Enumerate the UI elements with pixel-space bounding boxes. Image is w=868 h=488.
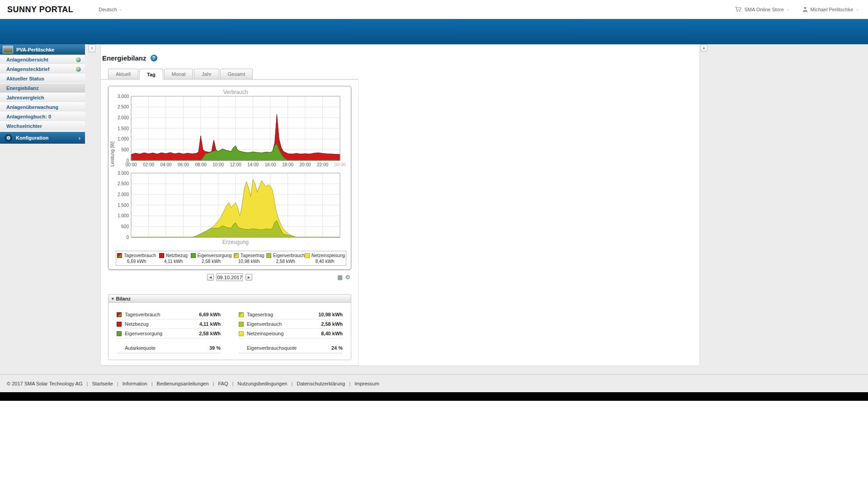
bilanz-left-column: Tagesverbrauch 6,69 kWh Netzbezug 4,11 k… (117, 310, 221, 338)
user-menu[interactable]: Michael Perlitschke (802, 6, 859, 13)
legend-entry-tagesverbrauch: Tagesverbrauch 6,69 kWh (117, 253, 156, 264)
topbar-right: SMA Online Store Michael Perlitschke (735, 6, 859, 13)
tagesverbrauch-swatch (117, 312, 122, 317)
legend-value: 10,98 kWh (238, 259, 260, 264)
svg-text:00:00: 00:00 (334, 162, 345, 167)
sunny-portal-logo[interactable]: SUNNY PORTAL (7, 5, 73, 14)
sidebar-item-wechselrichter[interactable]: Wechselrichter (0, 122, 85, 131)
legend-entry-eigenverbrauch: Eigenverbrauch 2,58 kWh (266, 253, 305, 264)
date-input[interactable] (217, 273, 243, 281)
footer-link-information[interactable]: Information (113, 381, 147, 386)
svg-text:Verbrauch: Verbrauch (223, 89, 248, 95)
tab-tag[interactable]: Tag (139, 69, 163, 80)
sidebar-item-konfiguration[interactable]: Konfiguration (0, 132, 85, 144)
eigenverbrauchsquote-row: Eigenverbrauchsquote 24 % (239, 343, 343, 353)
netzeinspeisung-swatch (305, 253, 310, 258)
svg-text:3.000: 3.000 (118, 171, 129, 176)
help-icon[interactable]: ? (151, 55, 157, 61)
netzeinspeisung-row: Netzeinspeisung 8,40 kWh (239, 329, 343, 338)
sidebar-item-anlagenueberwachung[interactable]: Anlagenüberwachung (0, 103, 85, 112)
sidebar-item-jahresvergleich[interactable]: Jahresvergleich (0, 93, 85, 103)
tagesertrag-row: Tagesertrag 10,98 kWh (239, 310, 343, 319)
legend-value: 8,40 kWh (315, 259, 334, 264)
svg-text:14:00: 14:00 (247, 162, 259, 167)
main-panel: Energiebilanz ? Aktuell Tag Monat Jahr G… (100, 44, 700, 366)
scroll-top-button[interactable] (700, 44, 708, 52)
chevron-down-icon (856, 8, 859, 11)
svg-text:04:00: 04:00 (160, 162, 171, 167)
plant-name: PVA-Perlitschke (16, 47, 54, 52)
eigenversorgung-swatch (117, 331, 122, 336)
tab-content: Leistung [W] 05001.0001.5002.0002.5003.0… (101, 79, 359, 366)
chart-export-icon[interactable]: ▦ (337, 274, 343, 280)
svg-text:3.000: 3.000 (118, 94, 129, 99)
svg-text:22:00: 22:00 (317, 162, 328, 167)
legend-label: Eigenversorgung (198, 253, 232, 258)
row-value: 24 % (331, 345, 343, 351)
svg-text:2.000: 2.000 (118, 115, 129, 120)
sidebar-item-anlagenlogbuch[interactable]: Anlagenlogbuch: 0 (0, 112, 85, 122)
chart-settings-icon[interactable]: ⚙ (345, 274, 350, 280)
sidebar-item-aktueller-status[interactable]: Aktueller Status (0, 74, 85, 84)
svg-text:Erzeugung: Erzeugung (222, 239, 249, 245)
language-selector[interactable]: Deutsch (99, 7, 122, 12)
plant-selector[interactable]: PVA-Perlitschke (0, 44, 85, 55)
legend-value: 2,58 kWh (202, 259, 221, 264)
legend-value: 2,58 kWh (276, 259, 295, 264)
netzbezug-swatch (117, 322, 122, 327)
row-value: 10,98 kWh (318, 312, 343, 317)
verbrauch-chart: 05001.0001.5002.0002.5003.00000:0002:000… (110, 89, 349, 170)
erzeugung-chart: 05001.0001.5002.0002.5003.000Erzeugung (110, 170, 349, 247)
tagesertrag-swatch (239, 312, 244, 317)
konfiguration-label: Konfiguration (16, 135, 48, 141)
collapse-caret-icon (112, 296, 114, 301)
legend-entry-tagesertrag: Tagesertrag 10,98 kWh (231, 253, 266, 264)
svg-text:1.500: 1.500 (118, 203, 129, 208)
svg-text:500: 500 (121, 224, 129, 229)
tab-monat[interactable]: Monat (164, 69, 193, 79)
gear-icon (5, 134, 12, 142)
footer-link-nutzungsbedingungen[interactable]: Nutzungsbedingungen (228, 381, 287, 386)
svg-text:0: 0 (126, 235, 129, 240)
collapse-sidebar-button[interactable] (89, 44, 95, 52)
previous-day-button[interactable] (207, 274, 214, 281)
globe-icon[interactable] (76, 67, 81, 72)
user-name-label: Michael Perlitschke (811, 7, 854, 12)
globe-icon[interactable] (76, 57, 81, 62)
sidebar-item-label: Energiebilanz (6, 85, 39, 91)
footer-link-faq[interactable]: FAQ (209, 381, 228, 386)
sidebar-item-label: Anlagenüberwachung (6, 104, 58, 110)
cart-icon (735, 6, 741, 13)
footer-link-datenschutzerklaerung[interactable]: Datenschutzerklärung (287, 381, 345, 386)
row-label: Eigenverbrauch (247, 321, 282, 327)
tagesverbrauch-swatch (117, 253, 122, 258)
netzeinspeisung-swatch (239, 331, 244, 336)
footer-link-bedienungsanleitungen[interactable]: Bedienungsanleitungen (147, 381, 209, 386)
footer: © 2017 SMA Solar Technology AG Startseit… (0, 374, 868, 392)
legend-label: Netzbezug (166, 253, 188, 258)
sidebar-item-label: Jahresvergleich (6, 95, 44, 100)
legend-label: Tagesertrag (241, 253, 264, 258)
sidebar-item-anlagenuebersicht[interactable]: Anlagenübersicht (0, 55, 85, 65)
next-day-button[interactable] (245, 274, 252, 281)
svg-text:08:00: 08:00 (195, 162, 206, 167)
footer-link-startseite[interactable]: Startseite (83, 381, 113, 386)
tab-gesamt[interactable]: Gesamt (220, 69, 253, 79)
chart-card: Leistung [W] 05001.0001.5002.0002.5003.0… (108, 86, 351, 270)
sma-online-store-link[interactable]: SMA Online Store (735, 6, 789, 13)
sidebar-item-label: Anlagensteckbrief (6, 66, 49, 72)
svg-text:12:00: 12:00 (230, 162, 241, 167)
tab-aktuell[interactable]: Aktuell (108, 69, 138, 79)
sidebar-item-energiebilanz[interactable]: Energiebilanz (0, 84, 85, 93)
svg-text:1.000: 1.000 (118, 213, 129, 218)
date-navigation: ▦ ⚙ (108, 273, 351, 284)
bilanz-header[interactable]: Bilanz (108, 295, 351, 303)
svg-text:2.500: 2.500 (118, 181, 129, 186)
svg-text:00:00: 00:00 (125, 162, 137, 167)
svg-text:20:00: 20:00 (299, 162, 311, 167)
sidebar-item-anlagensteckbrief[interactable]: Anlagensteckbrief (0, 65, 85, 74)
tab-jahr[interactable]: Jahr (194, 69, 219, 79)
footer-link-impressum[interactable]: Impressum (345, 381, 379, 386)
autarkiequote-row: Autarkiequote 39 % (117, 343, 221, 353)
legend-label: Eigenverbrauch (273, 253, 305, 258)
